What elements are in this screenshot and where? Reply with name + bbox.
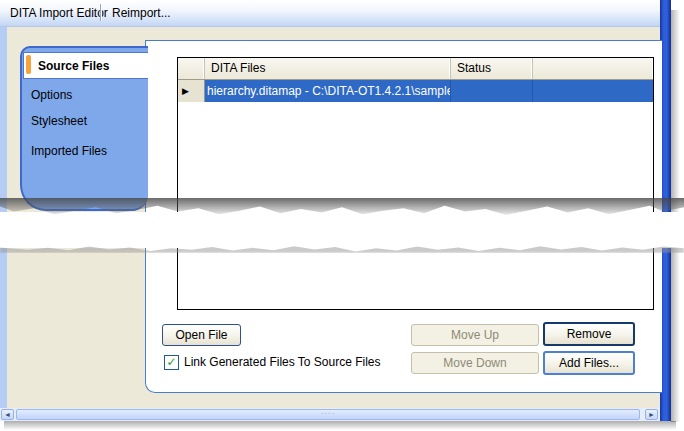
header-status[interactable]: Status (451, 58, 533, 79)
scroll-right-icon[interactable]: ► (645, 409, 658, 420)
header-row-selector (178, 58, 205, 79)
horizontal-scrollbar[interactable]: ◄ ···· ► (0, 408, 660, 421)
tab-stylesheet[interactable]: Stylesheet (31, 114, 87, 130)
header-extra (533, 58, 653, 79)
move-down-button[interactable]: Move Down (411, 352, 539, 374)
torn-gap (0, 212, 684, 248)
open-file-button[interactable]: Open File (162, 324, 241, 346)
row-marker-icon: ▶ (182, 87, 189, 96)
menu-bar: DITA Import Editor Reimport... (0, 0, 660, 27)
cell-extra (533, 80, 653, 102)
header-dita-files[interactable]: DITA Files (205, 58, 451, 79)
menu-dita-import-editor[interactable]: DITA Import Editor (10, 6, 108, 20)
tab-options[interactable]: Options (31, 88, 72, 104)
selected-row-cells[interactable]: hierarchy.ditamap - C:\DITA-OT1.4.2.1\sa… (205, 80, 653, 102)
menu-reimport[interactable]: Reimport... (112, 6, 171, 20)
cell-status[interactable] (451, 80, 533, 102)
menu-separator (100, 4, 101, 21)
table-header-row: DITA Files Status (178, 58, 653, 80)
table-row[interactable]: ▶ hierarchy.ditamap - C:\DITA-OT1.4.2.1\… (178, 80, 653, 102)
tab-source-files-label: Source Files (38, 59, 109, 73)
tab-source-files[interactable]: Source Files (23, 52, 148, 79)
selected-tab-accent-bar (26, 55, 31, 74)
dita-import-editor-window: DITA Import Editor Reimport... Source Fi… (0, 0, 684, 431)
move-up-button[interactable]: Move Up (411, 324, 539, 346)
link-generated-files-checkbox[interactable]: ✓ (164, 355, 179, 370)
add-files-button[interactable]: Add Files... (543, 351, 635, 375)
window-shadow-bottom (4, 421, 676, 430)
source-files-table: DITA Files Status ▶ hierarchy.ditamap - … (177, 57, 654, 310)
link-generated-files-label[interactable]: Link Generated Files To Source Files (184, 355, 381, 369)
scroll-left-icon[interactable]: ◄ (1, 409, 14, 420)
scrollbar-thumb[interactable]: ···· (16, 409, 640, 420)
tab-imported-files[interactable]: Imported Files (31, 144, 107, 160)
scrollbar-grip-icon: ···· (321, 409, 336, 418)
cell-dita-file[interactable]: hierarchy.ditamap - C:\DITA-OT1.4.2.1\sa… (205, 80, 451, 102)
remove-button[interactable]: Remove (543, 322, 635, 346)
row-selector-cell[interactable]: ▶ (178, 80, 205, 102)
check-icon: ✓ (166, 357, 176, 368)
